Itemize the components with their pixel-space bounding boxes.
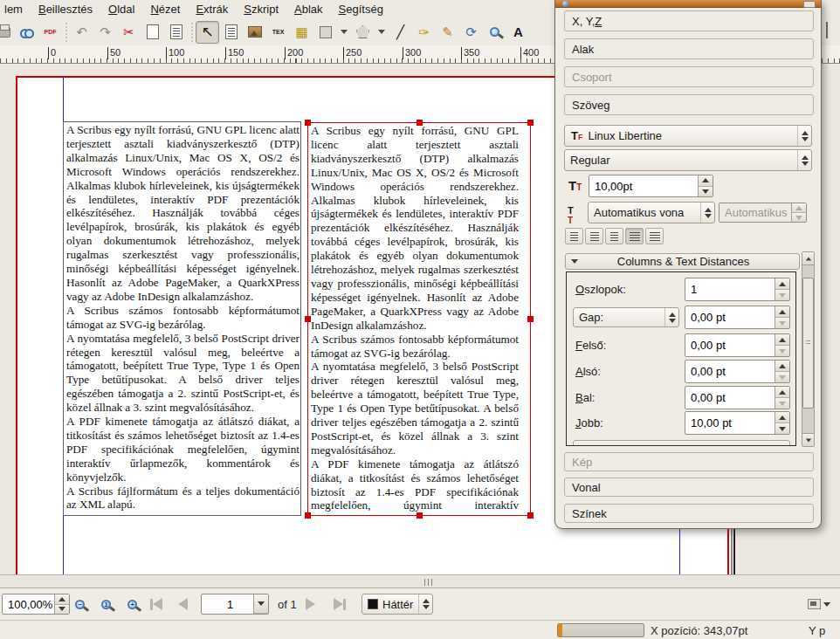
left-distance-input[interactable] <box>685 387 775 409</box>
undo-button[interactable]: ↶ <box>70 21 93 44</box>
gap-input[interactable] <box>685 306 775 328</box>
insert-polygon-button[interactable] <box>351 21 375 44</box>
palette-scrollbar[interactable] <box>802 251 815 447</box>
spinner-buttons[interactable] <box>775 361 789 382</box>
insert-text-frame-button[interactable] <box>219 21 243 44</box>
scrollbar-track[interactable] <box>802 409 814 433</box>
spinner-buttons[interactable] <box>775 334 789 356</box>
tabulators-button-partial[interactable] <box>573 440 790 446</box>
bottom-distance-input[interactable] <box>685 361 775 382</box>
gap-mode-combo[interactable]: Gap: <box>573 307 679 327</box>
zoom-tool-button[interactable] <box>483 21 506 44</box>
redo-button[interactable]: ↷ <box>93 21 117 44</box>
palette-tab-colors[interactable]: Színek <box>564 504 814 523</box>
selection-handle-bottom-right[interactable] <box>527 512 534 519</box>
scroll-down-icon[interactable] <box>802 433 814 446</box>
menu-item-ablak[interactable]: Ablak <box>286 1 331 17</box>
display-settings-button[interactable] <box>808 594 830 615</box>
dropdown-button[interactable] <box>253 594 268 614</box>
font-family-combo[interactable]: TF Linux Libertine <box>564 125 812 147</box>
zoom-level-spinbox[interactable] <box>2 594 70 615</box>
menu-item-oldal[interactable]: Oldal <box>100 1 142 17</box>
scrollbar-grip-icon[interactable] <box>424 579 435 586</box>
export-pdf-button[interactable]: PDF <box>38 21 62 44</box>
palette-title-bar[interactable] <box>555 0 821 8</box>
page-number-input[interactable] <box>202 594 253 614</box>
zoom-level-input[interactable] <box>3 594 54 614</box>
gap-spinbox[interactable] <box>685 306 790 329</box>
font-style-combo[interactable]: Regular <box>564 149 812 171</box>
copy-button[interactable] <box>141 21 164 44</box>
shape-dropdown-button[interactable] <box>337 21 351 44</box>
menu-item-extrak[interactable]: Extrák <box>188 1 236 17</box>
align-center-button[interactable] <box>585 228 603 244</box>
spinner-buttons[interactable] <box>775 278 789 300</box>
select-item-button[interactable]: ↖ <box>196 21 219 44</box>
text-frame-left[interactable]: A Scribus egy nyílt forrású, GNU GPL lic… <box>63 121 301 516</box>
spinner-buttons[interactable] <box>775 412 789 434</box>
preview-button[interactable] <box>15 21 38 44</box>
freehand-line-button[interactable]: ✎ <box>436 21 459 44</box>
menu-item-nezet[interactable]: Nézet <box>142 1 188 17</box>
insert-image-frame-button[interactable] <box>243 21 266 44</box>
text-frame-right-selected[interactable]: A Scribus egy nyílt forrású, GNU GPL lic… <box>307 122 531 516</box>
insert-shape-button[interactable] <box>313 21 337 44</box>
horizontal-scrollbar[interactable] <box>0 574 840 588</box>
font-size-input[interactable] <box>589 175 698 196</box>
menu-item-segitseg[interactable]: Segítség <box>331 1 391 17</box>
bottom-distance-spinbox[interactable] <box>685 360 790 383</box>
menu-item-szkript[interactable]: Szkript <box>236 1 286 17</box>
top-distance-spinbox[interactable] <box>685 333 790 357</box>
palette-tab-shape[interactable]: Alak <box>564 38 814 59</box>
right-distance-input[interactable] <box>685 412 775 434</box>
spinner-buttons[interactable] <box>54 594 69 614</box>
cut-button[interactable]: ✂ <box>117 21 141 44</box>
zoom-in-button[interactable]: + <box>127 594 137 615</box>
selection-handle-top-right[interactable] <box>527 120 534 126</box>
columns-group-header[interactable]: Columns & Text Distances <box>565 253 800 270</box>
selection-handle-middle-right[interactable] <box>527 316 534 322</box>
columns-input[interactable] <box>685 278 775 300</box>
columns-spinbox[interactable] <box>685 278 790 301</box>
selection-handle-middle-left[interactable] <box>305 316 311 322</box>
insert-line-button[interactable]: ╱ <box>389 21 412 44</box>
spinner-buttons[interactable] <box>698 175 713 196</box>
edit-contents-button[interactable]: A <box>506 21 530 44</box>
next-page-button[interactable] <box>306 594 315 615</box>
font-size-spinbox[interactable] <box>589 175 713 197</box>
close-icon[interactable] <box>803 1 816 8</box>
rotate-item-button[interactable]: ⟳ <box>459 21 483 44</box>
palette-tab-xyz[interactable]: X, Y, Z <box>564 10 814 31</box>
selection-handle-bottom-middle[interactable] <box>417 512 423 519</box>
align-justify-button[interactable] <box>625 228 644 244</box>
zoom-out-button[interactable]: − <box>75 594 85 615</box>
layer-selector-combo[interactable]: Háttér <box>361 594 433 615</box>
zoom-100-button[interactable]: 1 <box>101 594 111 615</box>
palette-tab-line[interactable]: Vonal <box>564 478 814 497</box>
last-page-button[interactable] <box>334 594 346 615</box>
selection-handle-top-left[interactable] <box>305 120 311 126</box>
polygon-dropdown-button[interactable] <box>375 21 389 44</box>
paste-button[interactable] <box>164 21 188 44</box>
insert-bezier-button[interactable]: ✑ <box>412 21 436 44</box>
line-spacing-mode-combo[interactable]: Automatikus vona <box>588 202 715 223</box>
menu-item-beillesztes[interactable]: Beillesztés <box>31 1 100 17</box>
insert-render-frame-button[interactable]: TEX <box>266 21 290 44</box>
first-page-button[interactable] <box>150 594 162 615</box>
selection-handle-bottom-left[interactable] <box>305 512 311 519</box>
insert-table-button[interactable]: ▦ <box>290 21 313 44</box>
scroll-up-icon[interactable] <box>802 252 814 265</box>
selection-handle-top-middle[interactable] <box>417 120 423 126</box>
spinner-buttons[interactable] <box>775 306 789 328</box>
left-distance-spinbox[interactable] <box>685 386 790 409</box>
spinner-buttons[interactable] <box>775 387 789 409</box>
palette-tab-text[interactable]: Szöveg <box>564 94 814 115</box>
page-number-combo[interactable] <box>201 594 269 615</box>
align-right-button[interactable] <box>605 228 623 244</box>
right-distance-spinbox[interactable] <box>685 411 790 435</box>
story-editor-button[interactable] <box>826 23 828 38</box>
top-distance-input[interactable] <box>685 334 775 356</box>
align-force-justify-button[interactable] <box>645 228 664 244</box>
scrollbar-thumb[interactable] <box>802 278 814 409</box>
menu-item-elem[interactable]: lem <box>0 1 31 17</box>
